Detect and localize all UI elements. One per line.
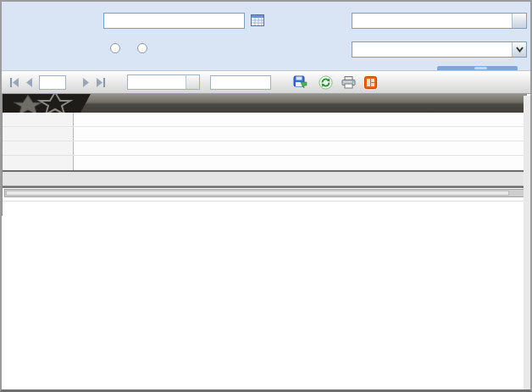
print-icon[interactable] bbox=[341, 76, 356, 89]
info-label bbox=[3, 156, 74, 170]
info-label bbox=[3, 127, 74, 141]
column-header-seat bbox=[194, 172, 221, 185]
column-header-finalized bbox=[447, 172, 526, 185]
table-header-row bbox=[3, 172, 526, 186]
column-header-row bbox=[163, 172, 194, 185]
collapse-handle-dot bbox=[474, 67, 487, 69]
info-value bbox=[74, 113, 526, 126]
zoom-chevron-icon[interactable] bbox=[186, 75, 199, 89]
info-label bbox=[3, 113, 74, 126]
refresh-icon[interactable] bbox=[319, 75, 333, 90]
report-info-section bbox=[3, 113, 526, 172]
radio-true[interactable] bbox=[110, 43, 120, 53]
info-value bbox=[74, 141, 526, 155]
calendar-icon[interactable] bbox=[250, 14, 265, 28]
report-body bbox=[2, 94, 527, 216]
info-row-show-time bbox=[3, 156, 526, 170]
column-header-ticket bbox=[221, 172, 346, 185]
info-row-show bbox=[3, 141, 526, 156]
radio-false[interactable] bbox=[137, 43, 147, 53]
multiselect-chevron-icon[interactable] bbox=[512, 42, 526, 57]
include-unsold-radio-group bbox=[110, 43, 160, 53]
chevron-down-icon[interactable] bbox=[512, 14, 526, 28]
parameter-collapse-handle[interactable] bbox=[437, 66, 518, 70]
date-input[interactable] bbox=[103, 13, 245, 29]
report-viewer-window bbox=[0, 0, 532, 392]
info-row-venue bbox=[3, 113, 526, 127]
export-icon[interactable] bbox=[293, 75, 308, 89]
prev-page-icon[interactable] bbox=[23, 74, 36, 91]
page-number-input[interactable] bbox=[39, 75, 66, 90]
info-value bbox=[74, 156, 526, 170]
parameter-panel bbox=[2, 2, 530, 71]
info-label bbox=[3, 141, 74, 155]
horizontal-scrollbar[interactable] bbox=[4, 189, 524, 197]
report-table-body bbox=[3, 186, 526, 188]
show-dropdown[interactable] bbox=[352, 13, 527, 29]
column-header-level bbox=[7, 172, 84, 185]
first-page-icon[interactable] bbox=[7, 74, 23, 91]
scrollbar-thumb[interactable] bbox=[6, 190, 509, 196]
column-header-guest-name bbox=[346, 172, 447, 185]
data-feed-icon[interactable] bbox=[364, 76, 377, 89]
info-row-production bbox=[3, 127, 526, 141]
report-page-footer bbox=[3, 201, 526, 216]
right-gutter bbox=[524, 96, 530, 389]
column-header-section bbox=[84, 172, 163, 185]
parameter-row-1 bbox=[2, 13, 530, 30]
last-page-icon[interactable] bbox=[92, 74, 108, 91]
siriusware-logo bbox=[3, 94, 97, 113]
parameter-row-2 bbox=[2, 41, 530, 58]
zoom-dropdown[interactable] bbox=[127, 75, 200, 90]
info-value bbox=[74, 127, 526, 141]
report-filters-dropdown[interactable] bbox=[352, 41, 527, 58]
report-title-bar bbox=[3, 94, 526, 113]
find-input[interactable] bbox=[210, 75, 271, 90]
report-toolbar bbox=[2, 71, 530, 94]
next-page-icon[interactable] bbox=[80, 74, 92, 91]
